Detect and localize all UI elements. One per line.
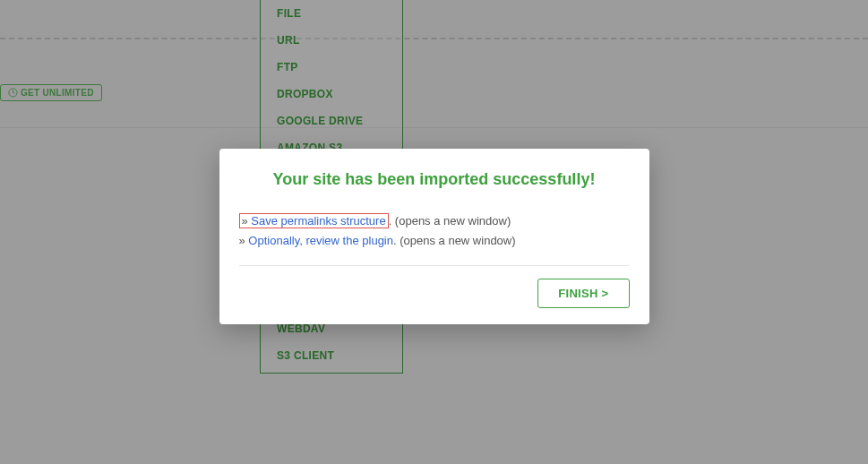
import-success-modal: Your site has been imported successfully… [219, 149, 649, 324]
modal-footer: FINISH > [239, 279, 630, 308]
modal-divider [239, 265, 630, 266]
modal-line-review: » Optionally, review the plugin. (opens … [239, 232, 630, 250]
highlight-annotation: » Save permalinks structure [239, 213, 389, 228]
modal-line-permalinks: » Save permalinks structure. (opens a ne… [239, 212, 630, 230]
finish-button[interactable]: FINISH > [537, 279, 629, 308]
modal-title: Your site has been imported successfully… [239, 170, 630, 189]
save-permalinks-link[interactable]: Save permalinks structure [251, 214, 385, 228]
review-plugin-link[interactable]: Optionally, review the plugin [248, 234, 393, 247]
